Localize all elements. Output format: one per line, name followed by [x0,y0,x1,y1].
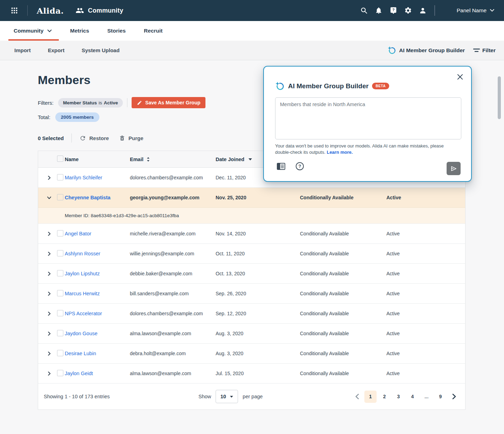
row-checkbox[interactable] [57,370,63,376]
member-name-link[interactable]: Desirae Lubin [65,351,96,356]
svg-text:?: ? [392,8,394,12]
member-status: Active [386,351,465,356]
alida-logo[interactable]: Alida. [37,6,64,15]
member-anonymity: Conditionally Available [300,371,386,376]
system-upload-button[interactable]: System Upload [82,47,119,53]
prompt-templates-icon[interactable] [276,163,286,170]
tab-recruit[interactable]: Recruit [144,21,162,41]
select-all-checkbox[interactable] [57,156,63,162]
member-name-link[interactable]: Cheyenne Baptista [65,195,111,200]
total-members-chip: 2005 members [55,112,99,122]
restore-label: Restore [89,135,109,141]
member-name-link[interactable]: Marilyn Schleifer [65,175,102,180]
notifications-bell-icon[interactable] [374,6,383,15]
pagination-page-9[interactable]: 9 [434,391,447,403]
member-name-link[interactable]: NPS Accelerator [65,311,102,316]
import-button[interactable]: Import [14,47,31,53]
row-checkbox[interactable] [57,194,63,200]
filter-chip-member-status[interactable]: Member Status is Active [58,98,123,108]
member-email: debbie.baker@example.com [130,271,216,276]
filter-button[interactable]: Filter [473,47,496,54]
purge-button[interactable]: Purge [119,135,144,142]
save-as-member-group-button[interactable]: Save As Member Group [132,97,205,108]
page-scrollbar[interactable] [498,76,501,119]
svg-text:?: ? [299,164,301,169]
row-checkbox[interactable] [57,290,63,296]
member-name-link[interactable]: Jaylon Lipshutz [65,271,100,276]
row-checkbox[interactable] [57,270,63,276]
send-prompt-button[interactable] [447,162,461,175]
tab-community[interactable]: Community [14,21,52,41]
member-name-link[interactable]: Marcus Herwitz [65,291,100,296]
pagination-page-1[interactable]: 1 [364,391,377,403]
table-row: Jaydon Gouse alma.lawson@example.com Aug… [38,324,465,344]
row-expand-chevron-icon[interactable] [45,309,53,318]
pagination-prev-icon[interactable] [351,391,363,402]
restore-button[interactable]: Restore [79,135,109,142]
row-expand-chevron-icon[interactable] [45,369,53,378]
pagination-page-4[interactable]: 4 [406,391,419,403]
member-date-joined: Nov. 14, 2020 [216,231,300,236]
pagination-page-3[interactable]: 3 [392,391,405,403]
save-button-label: Save As Member Group [145,100,200,105]
account-person-icon[interactable] [418,6,427,15]
page-size-dropdown[interactable]: 10 [216,390,238,403]
member-name-link[interactable]: Jaydon Gouse [65,331,98,336]
help-icon[interactable]: ? [389,6,398,15]
ai-sparkle-icon [275,81,285,91]
settings-gear-icon[interactable] [404,6,413,15]
row-expand-chevron-icon[interactable] [45,193,53,202]
row-checkbox[interactable] [57,230,63,236]
learn-more-link[interactable]: Learn more. [327,150,352,155]
ai-prompt-input[interactable] [275,97,461,139]
search-icon[interactable] [359,6,369,15]
pagination-ellipsis: ... [420,391,433,403]
member-email: alma.lawson@example.com [130,331,216,336]
row-expand-chevron-icon[interactable] [45,289,53,298]
export-button[interactable]: Export [48,47,65,53]
member-date-joined: Nov. 25, 2020 [216,195,300,200]
row-expand-chevron-icon[interactable] [45,269,53,278]
column-header-email[interactable]: Email [130,157,216,162]
row-checkbox[interactable] [57,310,63,316]
row-expand-chevron-icon[interactable] [45,329,53,338]
row-checkbox[interactable] [57,330,63,336]
member-status: Active [386,231,465,236]
member-email: dolores.chambers@example.com [130,311,216,316]
column-header-name[interactable]: Name [65,157,130,162]
purge-trash-icon [119,135,125,142]
member-email: michelle.rivera@example.com [130,231,216,236]
member-email: bill.sanders@example.com [130,291,216,296]
member-date-joined: Sep. 26, 2020 [216,291,300,296]
app-launcher-grid-icon[interactable] [10,6,19,15]
tab-stories[interactable]: Stories [107,21,126,41]
close-icon[interactable] [456,73,464,81]
pagination-page-2[interactable]: 2 [378,391,391,403]
table-body: Marilyn Schleifer dolores.chambers@examp… [38,168,465,384]
row-expand-chevron-icon[interactable] [45,249,53,258]
selected-count: 0 Selected [38,135,64,141]
community-people-icon [76,6,84,15]
panel-selector[interactable]: Panel Name [457,7,494,14]
member-anonymity: Conditionally Available [300,291,386,296]
row-expand-chevron-icon[interactable] [45,349,53,358]
ai-member-group-builder-button[interactable]: AI Member Group Builder [387,46,465,55]
tab-metrics[interactable]: Metrics [70,21,89,41]
filters-label: Filters: [38,100,54,106]
member-name-link[interactable]: Ashlynn Rosser [65,251,100,256]
row-expand-chevron-icon[interactable] [45,173,53,182]
row-checkbox[interactable] [57,174,63,180]
header-divider [434,5,435,16]
chevron-down-icon [47,29,52,33]
row-expand-chevron-icon[interactable] [45,229,53,238]
member-status: Active [386,271,465,276]
row-checkbox[interactable] [57,350,63,356]
pencil-icon [137,100,142,105]
showing-entries-text: Showing 1 - 10 of 173 entries [44,394,110,399]
member-name-link[interactable]: Angel Bator [65,231,91,236]
help-circle-icon[interactable]: ? [295,162,304,171]
member-name-link[interactable]: Jaylon Geidt [65,371,93,376]
row-checkbox[interactable] [57,250,63,256]
top-app-bar: Alida. Community ? Panel Name [0,0,504,21]
pagination-next-icon[interactable] [448,391,460,402]
